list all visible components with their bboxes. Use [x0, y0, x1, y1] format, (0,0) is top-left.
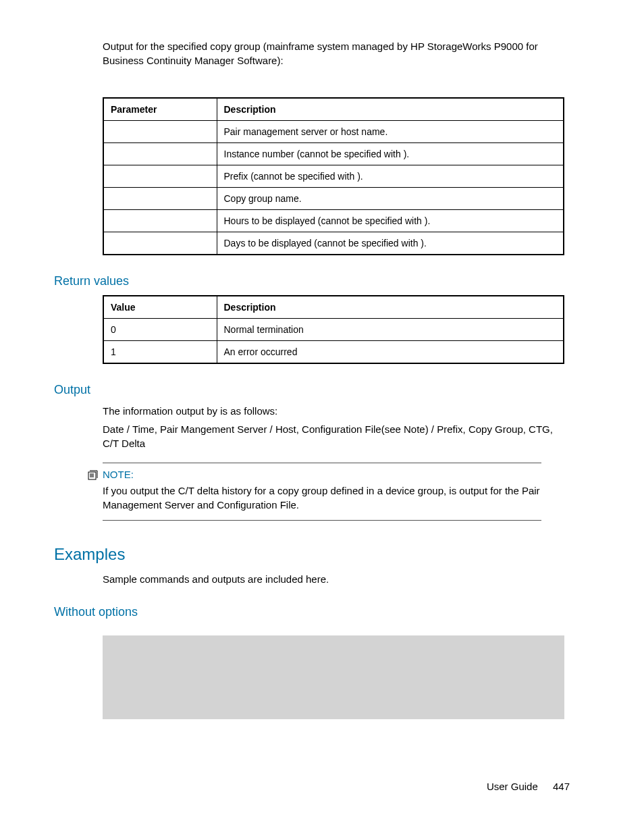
table-header-row: Parameter Description [103, 98, 564, 121]
page-number: 447 [553, 781, 570, 792]
note-label: NOTE: [103, 469, 134, 480]
document-page: Output for the specified copy group (mai… [0, 0, 644, 834]
cell-parameter [103, 143, 217, 165]
table-row: 0 Normal termination [103, 319, 564, 341]
table-row: Pair management server or host name. [103, 121, 564, 143]
cell-description: Hours to be displayed (cannot be specifi… [217, 210, 564, 232]
note-icon [88, 470, 99, 481]
divider [103, 463, 541, 463]
output-heading: Output [54, 383, 570, 397]
without-options-heading: Without options [54, 605, 570, 619]
table-row: Prefix (cannot be specified with ). [103, 165, 564, 188]
table-row: Copy group name. [103, 188, 564, 210]
cell-value: 1 [103, 341, 217, 364]
output-paragraph-2: Date / Time, Pair Mangement Server / Hos… [103, 422, 570, 450]
cell-parameter [103, 121, 217, 143]
note-block: NOTE: If you output the C/T delta histor… [103, 463, 541, 521]
footer-label: User Guide [487, 781, 538, 792]
cell-value: 0 [103, 319, 217, 341]
cell-description: Days to be displayed (cannot be specifie… [217, 232, 564, 255]
note-text: If you output the C/T delta history for … [103, 484, 541, 512]
table-header-parameter: Parameter [103, 98, 217, 121]
cell-parameter [103, 165, 217, 188]
parameter-table: Parameter Description Pair management se… [103, 97, 564, 255]
cell-description: Instance number (cannot be specified wit… [217, 143, 564, 165]
cell-parameter [103, 232, 217, 255]
cell-description: Prefix (cannot be specified with ). [217, 165, 564, 188]
table-header-description: Description [217, 98, 564, 121]
output-paragraph-1: The information output by is as follows: [103, 404, 570, 418]
divider [103, 520, 541, 521]
cell-parameter [103, 210, 217, 232]
table-header-row: Value Description [103, 296, 564, 319]
intro-paragraph: Output for the specified copy group (mai… [103, 39, 570, 68]
cell-description: Pair management server or host name. [217, 121, 564, 143]
cell-description: Normal termination [217, 319, 564, 341]
table-row: Instance number (cannot be specified wit… [103, 143, 564, 165]
note-header: NOTE: [88, 469, 541, 481]
table-header-value: Value [103, 296, 217, 319]
cell-parameter [103, 188, 217, 210]
return-values-table: Value Description 0 Normal termination 1… [103, 295, 564, 364]
cell-description: An error occurred [217, 341, 564, 364]
table-row: Days to be displayed (cannot be specifie… [103, 232, 564, 255]
examples-heading: Examples [54, 545, 570, 564]
return-values-heading: Return values [54, 274, 570, 288]
table-row: 1 An error occurred [103, 341, 564, 364]
table-header-description: Description [217, 296, 564, 319]
cell-description: Copy group name. [217, 188, 564, 210]
page-footer: User Guide 447 [487, 781, 570, 792]
table-row: Hours to be displayed (cannot be specifi… [103, 210, 564, 232]
examples-paragraph: Sample commands and outputs are included… [103, 572, 570, 586]
code-sample-placeholder [103, 635, 564, 719]
